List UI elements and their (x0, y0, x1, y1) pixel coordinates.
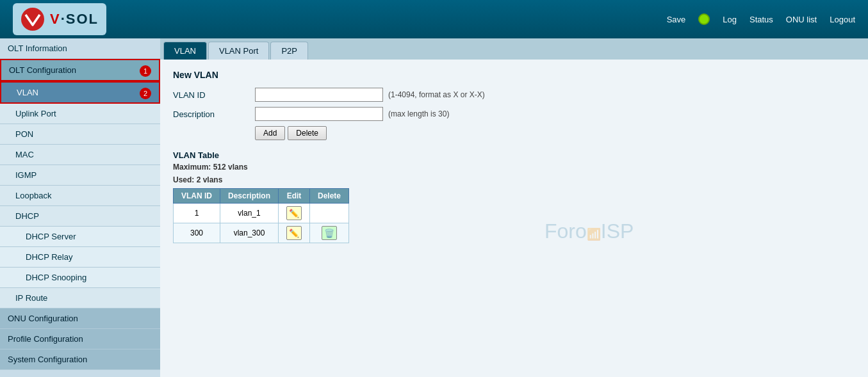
col-edit: Edit (279, 189, 310, 204)
delete-row-button[interactable]: 🗑️ (322, 226, 337, 240)
tab-p2p[interactable]: P2P (270, 42, 308, 60)
vlan-badge: 2 (140, 88, 151, 99)
sidebar-item-olt-info[interactable]: OLT Information (0, 38, 160, 59)
vlan-id-label: VLAN ID (173, 90, 250, 100)
layout: OLT Information OLT Configuration 1 VLAN… (0, 38, 868, 377)
col-description: Description (220, 189, 279, 204)
sidebar-item-profile-config[interactable]: Profile Configuration (0, 329, 160, 349)
vlan-table-title: VLAN Table (173, 150, 855, 160)
vlan-id-row: VLAN ID (1-4094, format as X or X-X) (173, 88, 855, 102)
edit-button[interactable]: ✏️ (286, 206, 302, 220)
sidebar-item-pon[interactable]: PON (0, 124, 160, 145)
description-input[interactable] (255, 107, 383, 121)
edit-button[interactable]: ✏️ (286, 226, 302, 240)
cell-edit: ✏️ (279, 204, 310, 223)
table-row: 1vlan_1✏️ (174, 204, 349, 223)
cell-delete (310, 204, 349, 223)
col-vlan-id: VLAN ID (174, 189, 220, 204)
cell-delete: 🗑️ (310, 223, 349, 243)
svg-point-0 (21, 8, 44, 31)
sidebar: OLT Information OLT Configuration 1 VLAN… (0, 38, 160, 377)
vlan-table: VLAN ID Description Edit Delete 1vlan_1✏… (173, 188, 349, 243)
vlan-used: Used: 2 vlans (173, 175, 855, 184)
cell-description: vlan_300 (220, 223, 279, 243)
content-area: New VLAN VLAN ID (1-4094, format as X or… (160, 60, 868, 377)
sidebar-item-ip-route[interactable]: IP Route (0, 288, 160, 309)
sidebar-item-dhcp-relay[interactable]: DHCP Relay (0, 247, 160, 268)
olt-config-badge: 1 (140, 65, 151, 77)
table-row: 300vlan_300✏️🗑️ (174, 223, 349, 243)
cell-description: vlan_1 (220, 204, 279, 223)
vsol-logo-icon (20, 7, 45, 31)
delete-button[interactable]: Delete (288, 126, 327, 140)
status-button[interactable]: Status (749, 15, 773, 24)
tab-vlan[interactable]: VLAN (163, 42, 207, 60)
description-label: Description (173, 109, 250, 119)
logo-text: V·SOL (50, 11, 99, 28)
logo-area: V·SOL (13, 3, 106, 35)
vlan-id-hint: (1-4094, format as X or X-X) (388, 90, 485, 99)
sidebar-item-olt-config[interactable]: OLT Configuration 1 (0, 59, 160, 81)
description-row: Description (max length is 30) (173, 107, 855, 121)
sidebar-item-dhcp-server[interactable]: DHCP Server (0, 227, 160, 247)
table-header-row: VLAN ID Description Edit Delete (174, 189, 349, 204)
header: V·SOL Save Log Status ONU list Logout (0, 0, 868, 38)
tab-bar: VLAN VLAN Port P2P (160, 38, 868, 60)
cell-edit: ✏️ (279, 223, 310, 243)
main-content: VLAN VLAN Port P2P New VLAN VLAN ID (1-4… (160, 38, 868, 377)
sidebar-item-mac[interactable]: MAC (0, 145, 160, 165)
sidebar-item-system-config[interactable]: System Configuration (0, 349, 160, 370)
sidebar-item-uplink-port[interactable]: Uplink Port (0, 104, 160, 124)
new-vlan-title: New VLAN (173, 70, 855, 80)
vlan-maximum: Maximum: 512 vlans (173, 163, 855, 172)
save-button[interactable]: Save (667, 15, 686, 24)
onu-list-button[interactable]: ONU list (786, 15, 817, 24)
log-button[interactable]: Log (723, 15, 737, 24)
header-actions: Save Log Status ONU list Logout (667, 13, 855, 25)
vlan-id-input[interactable] (255, 88, 383, 102)
col-delete: Delete (310, 189, 349, 204)
form-buttons: Add Delete (255, 126, 855, 140)
logout-button[interactable]: Logout (830, 15, 855, 24)
sidebar-item-onu-config[interactable]: ONU Configuration (0, 309, 160, 329)
cell-vlan-id: 300 (174, 223, 220, 243)
sidebar-item-vlan[interactable]: VLAN 2 (0, 81, 160, 104)
tab-vlan-port[interactable]: VLAN Port (208, 42, 269, 60)
status-indicator (698, 13, 710, 25)
sidebar-item-dhcp-snooping[interactable]: DHCP Snooping (0, 268, 160, 288)
sidebar-item-loopback[interactable]: Loopback (0, 186, 160, 206)
description-hint: (max length is 30) (388, 109, 449, 118)
add-button[interactable]: Add (255, 126, 285, 140)
vlan-table-section: VLAN Table Maximum: 512 vlans Used: 2 vl… (173, 150, 855, 243)
cell-vlan-id: 1 (174, 204, 220, 223)
sidebar-item-igmp[interactable]: IGMP (0, 165, 160, 186)
sidebar-item-dhcp[interactable]: DHCP (0, 206, 160, 227)
